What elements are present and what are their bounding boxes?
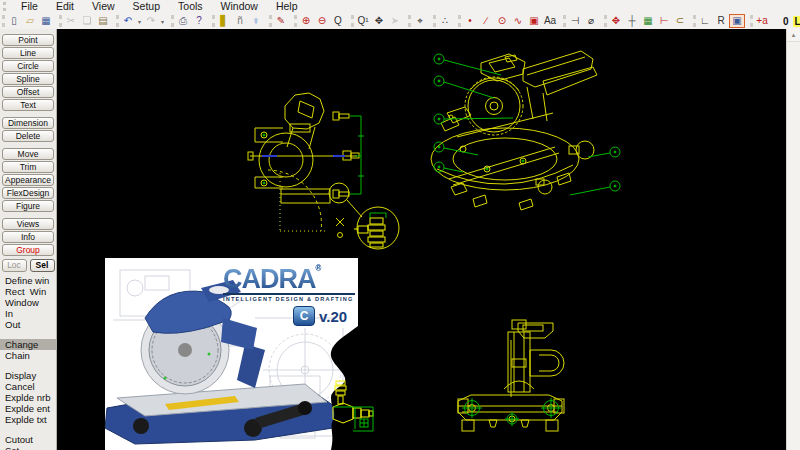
sidebar-button-text[interactable]: Text	[2, 99, 54, 111]
line-tool-icon[interactable]: ∕	[478, 14, 494, 28]
line-weight-label[interactable]: 0	[783, 16, 789, 27]
menu-view[interactable]: View	[83, 0, 124, 13]
undo-icon[interactable]: ↶	[120, 14, 136, 28]
loc-mode-button[interactable]: Loc	[2, 259, 27, 272]
open-folder-icon[interactable]: ▱	[22, 14, 38, 28]
sidebar-button-trim[interactable]: Trim	[2, 161, 54, 173]
command-explode-txt[interactable]: Explde txt	[5, 414, 56, 425]
drawing-isometric-view[interactable]	[431, 51, 620, 210]
sidebar-button-point[interactable]: Point	[2, 34, 54, 46]
copy-icon: ❏	[79, 14, 95, 28]
sidebar-button-circle[interactable]: Circle	[2, 60, 54, 72]
undo-dropdown-icon[interactable]: ▾	[136, 18, 143, 25]
menu-window[interactable]: Window	[212, 0, 267, 13]
menu-help[interactable]: Help	[267, 0, 307, 13]
spline-tool-icon[interactable]: ∿	[510, 14, 526, 28]
sidebar-button-move[interactable]: Move	[2, 148, 54, 160]
new-icon[interactable]: ▯	[6, 14, 22, 28]
command-in[interactable]: In	[5, 308, 56, 319]
flag-pin-icon[interactable]: ♀	[248, 14, 264, 28]
command-out[interactable]: Out	[5, 319, 56, 330]
scroll-up-arrow-icon[interactable]: ▴	[787, 29, 800, 42]
sidebar-button-info[interactable]: Info	[2, 231, 54, 243]
text-tool-icon[interactable]: Aa	[542, 14, 558, 28]
toolbar-groups: ▯▱▦✂❏▤↶▾↷▾⎙?▋ñ♀✎⊕⊖QQ¹✥➤⌖∴•∕⊙∿▣Aa⊣⌀✥┼▦⊢⊂∟…	[0, 13, 773, 29]
command-explode-nrb[interactable]: Explde nrb	[5, 392, 56, 403]
command-cancel[interactable]: Cancel	[5, 381, 56, 392]
drawing-side-view[interactable]	[248, 93, 399, 249]
sketch-pen-icon[interactable]: ✎	[273, 14, 289, 28]
line-type-label[interactable]: L	[793, 16, 800, 27]
cad-drawings-layer	[57, 29, 787, 450]
menu-edit[interactable]: Edit	[47, 0, 83, 13]
save-icon[interactable]: ▦	[38, 14, 54, 28]
menu-file[interactable]: File	[12, 0, 47, 13]
dim-limit-icon[interactable]: ⊂	[672, 14, 688, 28]
cut-icon: ✂	[63, 14, 79, 28]
sidebar-button-views[interactable]: Views	[2, 218, 54, 230]
library-icon[interactable]: ñ	[232, 14, 248, 28]
menu-tools[interactable]: Tools	[169, 0, 212, 13]
sidebar-button-figure[interactable]: Figure	[2, 200, 54, 212]
sidebar-button-flexdesign[interactable]: FlexDesign	[2, 187, 54, 199]
drawing-canvas[interactable]: CADRA® INTELLIGENT DESIGN & DRAFTING C v…	[57, 29, 787, 450]
dimension-tool-icon[interactable]: ⊣	[567, 14, 583, 28]
zoom-previous-icon[interactable]: Q¹	[355, 14, 371, 28]
circle-tool-icon[interactable]: ⊙	[494, 14, 510, 28]
center-view-icon[interactable]: ⌖	[412, 14, 428, 28]
trim-tool-icon[interactable]: ┼	[624, 14, 640, 28]
point-tool-icon[interactable]: •	[462, 14, 478, 28]
redo-icon: ↷	[143, 14, 159, 28]
tool-sidebar: Point Line Circle Spline Offset Text Dim…	[0, 29, 57, 450]
command-change[interactable]: Change	[0, 339, 57, 350]
dim-baseline-icon[interactable]: ⊢	[656, 14, 672, 28]
sidebar-button-delete[interactable]: Delete	[2, 130, 54, 142]
select-arrow-icon: ➤	[387, 14, 403, 28]
snap-points-icon[interactable]: ∴	[437, 14, 453, 28]
zoom-out-icon[interactable]: ⊖	[314, 14, 330, 28]
sidebar-button-dimension[interactable]: Dimension	[2, 117, 54, 129]
command-explode-ent[interactable]: Explde ent	[5, 403, 56, 414]
color-table-icon[interactable]: ▦	[640, 14, 656, 28]
zoom-window-icon[interactable]: Q	[330, 14, 346, 28]
rect-tool-icon[interactable]: ▣	[526, 14, 542, 28]
sidebar-button-group[interactable]: Group	[2, 244, 54, 256]
vertical-scrollbar[interactable]: ▴	[786, 29, 800, 450]
command-chain[interactable]: Chain	[5, 350, 56, 361]
command-set[interactable]: Set	[5, 445, 56, 450]
command-display[interactable]: Display	[5, 370, 56, 381]
command-cutout[interactable]: Cutout	[5, 434, 56, 445]
sidebar-button-spline[interactable]: Spline	[2, 73, 54, 85]
command-list: Define win Rect Win Window In Out Change…	[0, 275, 56, 450]
zoom-in-icon[interactable]: ⊕	[298, 14, 314, 28]
radius-measure-icon[interactable]: R	[713, 14, 729, 28]
drawing-part-detail[interactable]	[333, 381, 373, 431]
command-rect-win[interactable]: Rect Win	[5, 286, 56, 297]
help-icon[interactable]: ?	[191, 14, 207, 28]
annotate-icon[interactable]: +a	[754, 14, 770, 28]
levels-icon[interactable]: ▋	[216, 14, 232, 28]
command-define-win[interactable]: Define win	[5, 275, 56, 286]
sidebar-button-line[interactable]: Line	[2, 47, 54, 59]
cadra-application-window: File Edit View Setup Tools Window Help ▯…	[0, 0, 800, 450]
line-style-status: 0 L	[783, 15, 800, 28]
view-settings-icon[interactable]: ▣	[729, 14, 745, 28]
menu-bar: File Edit View Setup Tools Window Help	[0, 0, 800, 13]
drawing-front-view[interactable]	[458, 320, 564, 431]
erase-tool-icon[interactable]: ⌀	[583, 14, 599, 28]
print-icon[interactable]: ⎙	[175, 14, 191, 28]
sidebar-button-appearance[interactable]: Appearance	[2, 174, 54, 186]
paste-icon[interactable]: ▤	[95, 14, 111, 28]
menu-setup[interactable]: Setup	[124, 0, 169, 13]
sel-mode-button[interactable]: Sel	[30, 259, 55, 272]
move-tool-icon[interactable]: ✥	[608, 14, 624, 28]
sidebar-button-offset[interactable]: Offset	[2, 86, 54, 98]
loc-sel-mode-row: Loc Sel	[0, 259, 56, 272]
pan-icon[interactable]: ✥	[371, 14, 387, 28]
command-window[interactable]: Window	[5, 297, 56, 308]
angle-measure-icon[interactable]: ∟	[697, 14, 713, 28]
redo-dropdown-icon: ▾	[159, 18, 166, 25]
main-toolbar: ▯▱▦✂❏▤↶▾↷▾⎙?▋ñ♀✎⊕⊖QQ¹✥➤⌖∴•∕⊙∿▣Aa⊣⌀✥┼▦⊢⊂∟…	[0, 13, 800, 30]
